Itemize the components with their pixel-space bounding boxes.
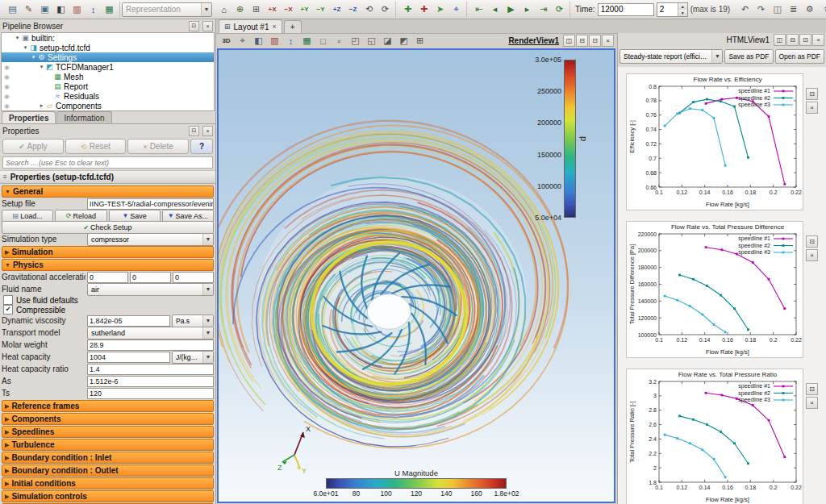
edit-color-map-icon[interactable]: ▥ — [267, 34, 282, 48]
select-cells-rect-icon[interactable]: □ — [315, 34, 331, 48]
chart-undock-button[interactable]: ⊡ — [806, 383, 818, 395]
reset-center-icon[interactable]: ✚ — [416, 2, 432, 16]
set-view-plus-y-icon[interactable]: +Y — [297, 2, 312, 16]
heat-capacity-unit-select[interactable]: J/(kg.K)▼ — [172, 351, 214, 364]
dynamic-viscosity-unit-select[interactable]: Pa.s▼ — [172, 314, 214, 327]
section-turbulence[interactable]: ▶Turbulence — [2, 439, 214, 451]
undock-view-button[interactable]: ⊡ — [799, 34, 811, 46]
section-speedlines[interactable]: ▶Speedlines — [2, 426, 214, 438]
spin-down-button[interactable]: ▼ — [678, 10, 687, 16]
pipeline-item-components[interactable]: ◉▸▱Components — [2, 101, 214, 110]
heat-capacity-input[interactable]: 1004 — [87, 352, 170, 363]
undock-panel-button[interactable]: ⊡ — [189, 21, 199, 31]
gravitational-acceleration-input-2[interactable]: 0 — [173, 272, 214, 283]
show-center-axes-icon[interactable]: ✚ — [400, 2, 415, 16]
split-horizontal-button[interactable]: ◫ — [774, 34, 786, 46]
compressible-checkbox[interactable]: ✔ — [3, 305, 13, 314]
frame-value-input[interactable]: 2 — [657, 3, 678, 16]
search-input[interactable] — [2, 156, 213, 169]
representation-surface-icon[interactable]: ◧ — [251, 34, 266, 48]
undock-view-button[interactable]: ⊡ — [589, 35, 601, 47]
help-button[interactable]: ? — [190, 139, 213, 154]
transport-model-select[interactable]: sutherland▼ — [87, 327, 214, 339]
time-input[interactable]: 12000 — [598, 3, 654, 16]
check-setup-button[interactable]: ✔Check Setup — [2, 221, 214, 234]
edit-macros-icon[interactable]: ✎ — [21, 2, 36, 16]
expander-icon[interactable]: ▸ — [38, 102, 45, 109]
tab-properties[interactable]: Properties — [2, 111, 56, 123]
parallel-projection-icon[interactable]: ◫ — [770, 2, 785, 16]
interactive-select-cells-icon[interactable]: ◪ — [380, 34, 395, 48]
source-properties-header[interactable]: ≡ Properties (setup-tcfd.tcfd) — [0, 170, 215, 184]
visibility-eye-icon[interactable]: ◉ — [2, 102, 12, 110]
zoom-to-box-icon[interactable]: ⊞ — [248, 2, 264, 16]
chart-close-button[interactable]: × — [806, 397, 818, 409]
show-orientation-axes-icon[interactable]: ⌖ — [448, 2, 464, 16]
reset-camera-icon[interactable]: ⌂ — [216, 2, 232, 16]
color-map-editor-icon[interactable]: ▥ — [69, 2, 85, 16]
save-as-pdf-button[interactable]: Save as PDF — [724, 49, 773, 64]
pipeline-item-report[interactable]: ◉▤Report — [2, 81, 214, 91]
toggle-color-legend-icon[interactable]: ▦ — [102, 2, 117, 16]
section-initial-conditions[interactable]: ▶Initial conditions — [2, 477, 214, 489]
section-boundary-condition-inlet[interactable]: ▶Boundary condition : Inlet — [2, 452, 214, 464]
section-boundary-condition-outlet[interactable]: ▶Boundary condition : Outlet — [2, 464, 214, 477]
close-view-button[interactable]: × — [812, 34, 824, 46]
set-view-minus-y-icon[interactable]: −Y — [313, 2, 328, 16]
open-as-pdf-button[interactable]: Open as PDF — [775, 49, 825, 64]
redo-icon[interactable]: ↷ — [753, 2, 769, 16]
split-horizontal-button[interactable]: ◫ — [563, 35, 575, 47]
chart-undock-button[interactable]: ⊡ — [806, 88, 818, 100]
pipeline-item-builtin-[interactable]: ▾▣builtin: — [2, 33, 214, 43]
tab-information[interactable]: Information — [56, 111, 111, 123]
layout-tab[interactable]: ⊞ Layout #1 × — [219, 19, 282, 33]
expander-icon[interactable]: ▾ — [30, 54, 37, 60]
interactive-select-points-icon[interactable]: ◩ — [396, 34, 411, 48]
close-properties-button[interactable]: × — [202, 126, 213, 136]
close-view-button[interactable]: × — [602, 35, 614, 47]
adjust-camera-icon[interactable]: ⌖ — [235, 34, 250, 48]
delete-button[interactable]: ×Delete — [127, 139, 189, 154]
ts-input[interactable]: 120 — [87, 388, 214, 399]
chart-close-button[interactable]: × — [806, 249, 818, 261]
fluid-name-select[interactable]: air▼ — [87, 283, 214, 296]
rotate-90-ccw-icon[interactable]: ⟲ — [361, 2, 377, 16]
set-view-minus-x-icon[interactable]: −X — [281, 2, 296, 16]
visibility-eye-icon[interactable]: ◉ — [2, 73, 12, 81]
rotate-90-cw-icon[interactable]: ⟳ — [378, 2, 393, 16]
first-frame-icon[interactable]: ⇤ — [471, 2, 486, 16]
molar-weight-input[interactable]: 28.9 — [87, 339, 214, 351]
section-simulation-controls[interactable]: ▶Simulation controls — [2, 490, 214, 502]
section-simulation[interactable]: ▶Simulation — [2, 246, 214, 258]
rescale-data-range-icon[interactable]: ↕ — [86, 2, 101, 16]
pipeline-item-settings[interactable]: ▾⚙Settings — [2, 52, 214, 62]
show-color-legend-icon[interactable]: ▦ — [299, 34, 315, 48]
as-input[interactable]: 1.512e-6 — [87, 376, 214, 387]
settings-gear-icon[interactable]: ⚙ — [802, 2, 817, 16]
expander-icon[interactable]: ▾ — [14, 35, 21, 41]
section-components[interactable]: ▶Components — [2, 413, 214, 425]
use-fluid-defaults-checkbox[interactable] — [3, 295, 13, 305]
report-select[interactable]: Steady-state report (efficiency probe 1)… — [620, 49, 723, 64]
layout-tab-close-icon[interactable]: × — [272, 23, 276, 31]
reset-button[interactable]: ⟲Reset — [65, 139, 127, 154]
split-vertical-button[interactable]: ⊟ — [786, 34, 799, 46]
gravitational-acceleration-input-0[interactable]: 0 — [87, 272, 128, 283]
visibility-eye-icon[interactable]: ◉ — [2, 83, 12, 90]
save-screenshot-icon[interactable]: ▣ — [37, 2, 52, 16]
chart-undock-button[interactable]: ⊡ — [806, 235, 818, 248]
select-points-rect-icon[interactable]: ▫ — [332, 34, 347, 48]
set-view-minus-z-icon[interactable]: −Z — [345, 2, 361, 16]
section-general[interactable]: ▼General — [2, 185, 214, 198]
show-data-icon[interactable]: ▤ — [5, 2, 20, 16]
play-icon[interactable]: ▶ — [503, 2, 519, 16]
simulation-type-select[interactable]: compressor▼ — [87, 233, 214, 246]
zoom-box-icon[interactable]: ⊞ — [412, 34, 428, 48]
measurement-icon[interactable]: ≣ — [786, 2, 801, 16]
pipeline-item-mesh[interactable]: ◉▦Mesh — [2, 72, 214, 81]
set-view-plus-z-icon[interactable]: +Z — [329, 2, 344, 16]
visibility-eye-icon[interactable]: ◉ — [2, 93, 12, 100]
render-options-icon[interactable]: ◧ — [53, 2, 69, 16]
visibility-eye-icon[interactable]: ◉ — [2, 64, 12, 71]
render-viewport[interactable]: 3.0e+052500002000001500001000005.0e+04 p… — [217, 48, 615, 503]
